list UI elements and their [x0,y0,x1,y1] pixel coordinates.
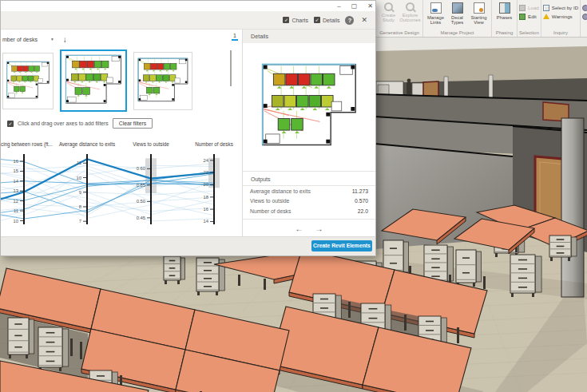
help-icon[interactable]: ? [345,16,354,25]
parallel-coordinates-chart[interactable]: 16151413121110cing between rows (ft...11… [1,133,242,236]
minimize-button[interactable]: – [337,1,340,11]
create-revit-elements-button[interactable]: Create Revit Elements [311,240,372,251]
axis-tick-label: 9 [79,190,81,195]
ribbon-group: MaMar [581,0,587,37]
page-indicator[interactable]: 1 [232,33,238,41]
desk-pedestal[interactable] [510,255,541,297]
ribbon-button-label: Warnings [552,14,573,19]
ribbon-groups: Create StudyExplore OutcomesGenerative D… [376,0,587,37]
mar-button[interactable]: Mar [582,13,587,20]
output-value: 0.570 [355,198,368,204]
phases-button[interactable]: Phases [494,1,515,20]
axis-tick-label: 22 [204,170,208,175]
outcome-thumbnail[interactable] [133,52,192,110]
axis-tick-label: 11 [14,208,18,213]
ribbon-button-label: Explore Outcomes [399,13,421,23]
outputs-table: Average distance to exits11.273Views to … [243,186,375,216]
outcome-thumbnail-selected[interactable] [60,49,127,112]
desk-pedestal[interactable] [38,327,69,371]
desk-leg [70,339,73,356]
axis-tick-label: 18 [204,195,208,200]
charts-checkbox-label: Charts [292,18,308,23]
load-icon [519,5,526,11]
filter-checkbox[interactable]: ✓ [7,121,14,127]
details-panel: Details Outputs Average distance to exit… [242,30,375,236]
output-label: Views to outside [250,198,289,204]
outcome-line[interactable] [1,187,214,221]
edit-button[interactable]: Edit [519,13,539,20]
manage-links-button[interactable]: Manage Links [425,1,446,26]
axis-tick-label: 11 [77,160,81,165]
axis-tick-label: 24 [204,158,209,163]
desk-leg [457,327,459,343]
desk-pedestal[interactable] [8,318,34,358]
charts-checkbox[interactable]: ✓ Charts [283,17,308,23]
create-study-icon [384,2,393,11]
load-button[interactable]: Load [519,4,539,11]
dialog-close-icon[interactable]: ✕ [359,16,369,24]
ma-button[interactable]: Ma [582,4,587,11]
ribbon-group: PhasesPhasing [492,0,518,37]
ribbon-group-caption: Inquiry [541,30,580,37]
explore-outcomes-icon [406,2,414,11]
desk-leg [483,276,486,289]
column[interactable] [561,118,584,297]
desk-leg [264,279,266,290]
axis-tick-label: 14 [14,179,19,184]
details-title: Details [243,30,375,43]
ribbon-button-label: Load [528,5,539,10]
window-close-button[interactable]: ✕ [367,1,373,11]
desk-leg [404,315,407,331]
explore-outcomes-button[interactable]: Explore Outcomes [399,1,421,23]
ribbon-group: Select by IDWarningsInquiry [541,0,581,37]
ribbon-group-caption: Manage Project [423,30,491,37]
chevron-down-icon[interactable]: ▾ [51,37,54,42]
output-row: Number of desks22.0 [243,206,375,216]
select-by-id-button[interactable]: Select by ID [543,4,578,11]
outcome-line[interactable] [1,174,214,219]
output-row: Views to outside0.570 [243,196,375,207]
person-figure [407,79,411,83]
divider [243,219,375,220]
axis-tick-label: 20 [204,182,208,187]
selected-outcome-plan [243,43,375,171]
thumbnail-scrollbar[interactable] [230,50,232,86]
starting-view-button[interactable]: Starting View [468,1,490,26]
outcome-thumbnail[interactable] [2,53,54,109]
sort-direction-icon[interactable]: ↓ [63,35,67,44]
pilaster [489,75,493,101]
axis-label: Views to outside [133,141,169,147]
clear-filters-button[interactable]: Clear filters [113,118,153,129]
checkbox-check-icon: ✓ [314,17,320,23]
maximize-button[interactable]: ▢ [351,1,358,11]
axis-tick-label: 15 [14,168,18,173]
desk-pedestal[interactable] [456,250,482,287]
next-outcome-icon[interactable]: → [315,224,323,233]
create-study-button[interactable]: Create Study [378,1,399,23]
ribbon-group-caption: Phasing [492,30,517,37]
axis-tick-label: 7 [79,219,81,224]
warnings-button[interactable]: Warnings [543,13,578,20]
desk-leg [80,342,82,359]
details-checkbox[interactable]: ✓ Details [314,17,339,23]
ribbon-group: LoadEditSelection [518,0,541,37]
output-value: 22.0 [358,208,368,214]
decal-types-button[interactable]: Decal Types [446,1,468,26]
sort-dropdown[interactable]: mber of desks [2,37,38,42]
ribbon-manage-tab: Create StudyExplore OutcomesGenerative D… [376,0,587,38]
axis-tick-label: 16 [14,159,18,164]
previous-outcome-icon[interactable]: ← [295,224,303,233]
axis-tick-label: 0.50 [137,199,145,204]
axis-tick-label: 16 [204,207,208,212]
ribbon-button-label: Phases [497,15,512,20]
dialog-toolbar: ✓ Charts ✓ Details ? ✕ [1,11,375,30]
starting-view-icon [474,2,485,14]
warnings-icon [543,14,549,19]
axis-tick-label: 14 [204,219,209,224]
person-figure [407,82,411,94]
axis-tick-label: 10 [14,219,18,224]
output-label: Average distance to exits [250,188,311,194]
axis-label: Average distance to exits [59,141,115,148]
ribbon-group: Manage LinksDecal TypesStarting ViewMana… [423,0,492,37]
manage-links-icon [430,2,442,14]
